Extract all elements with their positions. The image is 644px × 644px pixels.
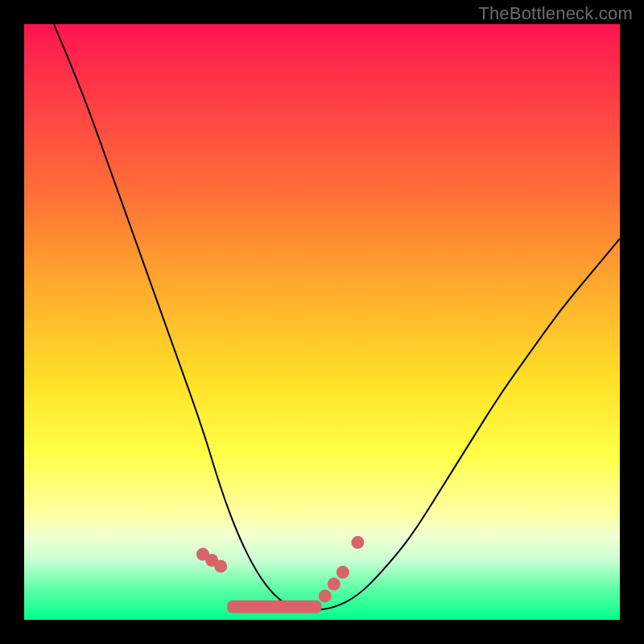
plot-area	[24, 24, 620, 620]
bottleneck-curve-line	[54, 24, 620, 610]
marker-bead-right	[319, 589, 332, 602]
curve-svg	[24, 24, 620, 620]
marker-layer	[196, 536, 364, 608]
marker-bead-right	[328, 578, 341, 591]
marker-bead-right	[336, 566, 349, 579]
marker-bottom-blob	[233, 606, 316, 608]
watermark-text: TheBottleneck.com	[478, 3, 633, 24]
chart-frame: TheBottleneck.com	[0, 0, 644, 644]
marker-bead-left	[214, 559, 227, 572]
marker-bead-right	[351, 536, 364, 549]
